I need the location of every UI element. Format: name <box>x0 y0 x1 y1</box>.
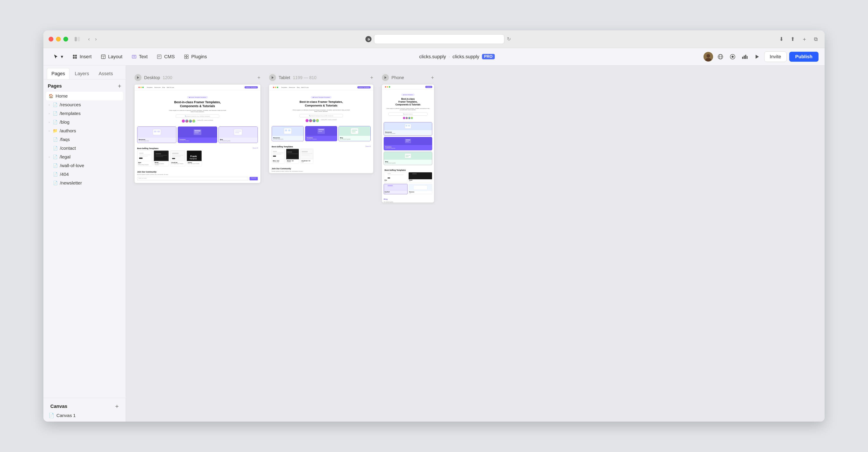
page-item-wall-of-love[interactable]: 📄 /wall-of-love <box>46 161 123 170</box>
phone-templates-body: Templates 8 premium templates <box>384 145 432 150</box>
desktop-play-button[interactable] <box>134 74 142 81</box>
svg-rect-5 <box>75 57 77 59</box>
page-item-contact[interactable]: 📄 /contact <box>46 144 123 152</box>
svg-rect-63 <box>351 128 358 134</box>
tab-pages[interactable]: Pages <box>47 68 69 79</box>
svg-rect-38 <box>235 132 239 133</box>
chevron-blog: › <box>49 120 50 124</box>
cursor-tool-button[interactable]: ▾ <box>50 52 67 62</box>
tablet-play-button[interactable] <box>269 74 276 81</box>
phone-avatar-3 <box>408 117 410 119</box>
phone-tpl-maraki-img <box>409 172 432 179</box>
browser-titlebar: ‹ › ◑ ↻ ⬇ ⬆ ＋ ⧉ <box>43 30 825 48</box>
browser-forward-button[interactable]: › <box>93 35 98 43</box>
phone-hero-subtitle: Clicks.supply is a collection of premium… <box>386 108 430 110</box>
publish-button[interactable]: Publish <box>789 52 818 62</box>
tablet-add-button[interactable]: + <box>370 75 373 81</box>
canvas-area[interactable]: Desktop 1200 + T <box>126 65 825 422</box>
new-tab-button[interactable]: ＋ <box>800 35 809 44</box>
svg-point-23 <box>732 56 734 58</box>
tablet-writa-info: Personal Blog <box>273 162 284 163</box>
toolbar-center: clicks.supply · clicks.supply PRO <box>212 54 702 60</box>
page-item-resources[interactable]: › 📄 /resources <box>46 101 123 109</box>
address-bar[interactable] <box>374 34 504 44</box>
svg-marker-28 <box>755 55 759 59</box>
page-item-newsletter[interactable]: 📄 /newsletter <box>46 179 123 187</box>
pages-list: 🏠 Home › 📄 /resources › 📄 /templates <box>43 91 126 398</box>
page-item-authors[interactable]: › 📁 /authors <box>46 126 123 135</box>
tablet-nav-resources: Resources <box>289 87 295 88</box>
close-traffic-light[interactable] <box>49 37 53 41</box>
cursor-icon <box>53 54 59 60</box>
record-button[interactable] <box>728 52 737 61</box>
tab-assets[interactable]: Assets <box>94 68 117 79</box>
page-item-404[interactable]: 📄 /404 <box>46 170 123 179</box>
invite-button[interactable]: Invite <box>764 52 786 62</box>
download-button[interactable]: ⬇ <box>777 35 785 43</box>
canvas-section-header: Canvas + <box>46 400 123 411</box>
svg-rect-50 <box>172 155 183 156</box>
folder-authors-icon: 📁 <box>53 129 58 133</box>
svg-text:Vazquez: Vazquez <box>189 158 197 160</box>
phone-add-button[interactable]: + <box>431 75 434 81</box>
user-avatar[interactable] <box>704 52 713 61</box>
tabs-button[interactable]: ⧉ <box>812 35 819 43</box>
play-preview-button[interactable] <box>752 52 762 61</box>
minimize-traffic-light[interactable] <box>56 37 61 41</box>
analytics-button[interactable] <box>740 52 749 61</box>
insert-button[interactable]: Insert <box>68 52 95 62</box>
browser-chrome: ‹ › ◑ ↻ ⬇ ⬆ ＋ ⧉ <box>43 30 825 48</box>
nav-blog: Blog <box>162 87 165 88</box>
svg-rect-58 <box>285 130 287 131</box>
desktop-add-button[interactable]: + <box>257 75 260 81</box>
tablet-blog-img <box>339 126 370 136</box>
tablet-browse-all: Browse All <box>366 146 373 147</box>
page-label-templates: /templates <box>60 111 81 116</box>
tablet-card-resources: Resources 30+ free components <box>272 126 304 141</box>
svg-rect-84 <box>406 141 409 142</box>
tab-layers[interactable]: Layers <box>70 68 93 79</box>
tablet-avatar-2 <box>309 119 312 122</box>
phone-template-row-1: Writa Free Maraki <box>384 172 432 182</box>
page-item-templates[interactable]: › 📄 /templates <box>46 109 123 118</box>
tablet-cloudcraft-info: SaaS <box>302 162 312 163</box>
phone-play-button[interactable] <box>382 74 389 81</box>
folder-blog-icon: 📄 <box>53 120 58 124</box>
page-item-home[interactable]: 🏠 Home <box>46 92 123 101</box>
preview-nav-dots <box>137 86 145 89</box>
tablet-card-templates: Templates 8 premium templates <box>305 126 337 141</box>
layout-button[interactable]: Layout <box>97 52 126 62</box>
refresh-button[interactable]: ↻ <box>507 36 511 42</box>
svg-rect-64 <box>352 130 358 131</box>
phone-tpl-writa-info: Free <box>384 181 407 182</box>
desktop-preview: Templates Resources Blog Wall Of Love Ex… <box>134 85 260 183</box>
svg-rect-72 <box>287 151 292 152</box>
nav-resources: Resources <box>154 87 161 88</box>
text-button[interactable]: T Text <box>128 52 151 62</box>
cms-button[interactable]: CMS <box>153 52 178 62</box>
phone-tpl-resources-card: Resources Free <box>408 184 432 194</box>
svg-rect-80 <box>406 125 407 126</box>
svg-rect-45 <box>156 153 161 154</box>
page-item-faqs[interactable]: 📄 /faqs <box>46 135 123 144</box>
globe-button[interactable] <box>716 52 725 61</box>
site-url: clicks.supply <box>453 54 479 60</box>
layout-label: Layout <box>108 54 122 60</box>
svg-rect-13 <box>187 55 188 57</box>
add-canvas-button[interactable]: + <box>115 403 119 409</box>
page-item-blog[interactable]: › 📄 /blog <box>46 118 123 126</box>
avatar-4 <box>192 119 195 122</box>
plugins-button[interactable]: Plugins <box>180 52 210 62</box>
browser-back-button[interactable]: ‹ <box>86 35 92 43</box>
tablet-nav-links: Templates Resources Blog Wall Of Love <box>281 87 309 88</box>
canvas-item-1[interactable]: 📄 Canvas 1 <box>46 411 123 420</box>
add-page-button[interactable]: + <box>118 83 121 89</box>
tablet-nav-wall: Wall Of Love <box>301 87 309 88</box>
svg-rect-70 <box>273 156 276 157</box>
card-img-templates <box>178 127 217 138</box>
app-toolbar: ▾ Insert <box>43 48 825 65</box>
sidebar-toggle-button[interactable] <box>72 35 82 43</box>
maximize-traffic-light[interactable] <box>63 37 68 41</box>
page-item-legal[interactable]: › 📄 /legal <box>46 152 123 161</box>
share-button[interactable]: ⬆ <box>789 35 797 43</box>
